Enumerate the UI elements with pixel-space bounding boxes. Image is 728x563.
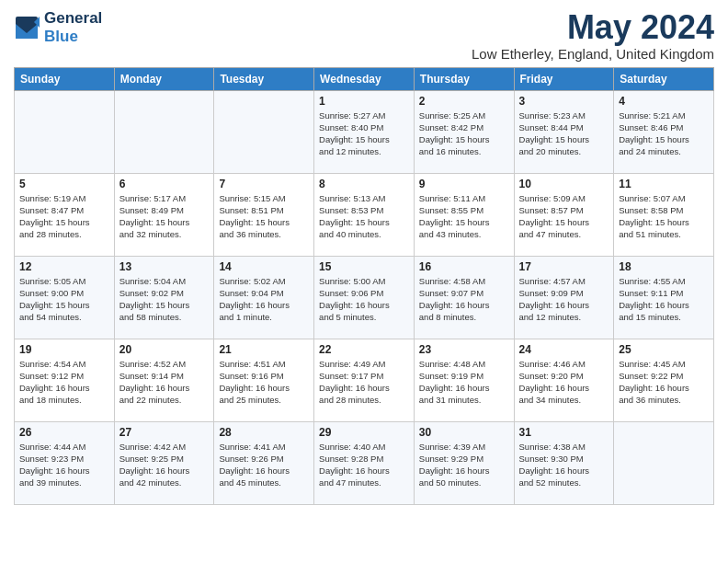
header-day-thursday: Thursday bbox=[414, 67, 514, 90]
day-info: Sunrise: 5:05 AM Sunset: 9:00 PM Dayligh… bbox=[19, 275, 109, 324]
page-header: General Blue May 2024 Low Etherley, Engl… bbox=[14, 9, 714, 62]
logo-icon bbox=[14, 15, 40, 40]
header-day-saturday: Saturday bbox=[614, 67, 714, 90]
day-number: 7 bbox=[219, 178, 309, 190]
day-number: 26 bbox=[19, 426, 109, 439]
day-info: Sunrise: 5:00 AM Sunset: 9:06 PM Dayligh… bbox=[319, 275, 409, 324]
day-number: 20 bbox=[119, 343, 210, 356]
logo: General Blue bbox=[14, 9, 102, 47]
calendar-cell: 29Sunrise: 4:40 AM Sunset: 9:28 PM Dayli… bbox=[314, 421, 415, 504]
header-day-friday: Friday bbox=[514, 67, 614, 90]
day-number: 31 bbox=[519, 426, 609, 439]
day-info: Sunrise: 5:19 AM Sunset: 8:47 PM Dayligh… bbox=[19, 192, 109, 241]
day-info: Sunrise: 5:17 AM Sunset: 8:49 PM Dayligh… bbox=[119, 192, 210, 241]
calendar-cell: 11Sunrise: 5:07 AM Sunset: 8:58 PM Dayli… bbox=[614, 173, 714, 256]
calendar-cell: 19Sunrise: 4:54 AM Sunset: 9:12 PM Dayli… bbox=[15, 339, 115, 421]
header-day-wednesday: Wednesday bbox=[314, 67, 415, 90]
day-info: Sunrise: 4:54 AM Sunset: 9:12 PM Dayligh… bbox=[19, 358, 109, 407]
calendar-cell: 10Sunrise: 5:09 AM Sunset: 8:57 PM Dayli… bbox=[514, 173, 614, 256]
day-number: 19 bbox=[19, 343, 109, 356]
month-title: May 2024 bbox=[472, 9, 714, 46]
day-number: 13 bbox=[119, 260, 210, 273]
calendar-header-row: SundayMondayTuesdayWednesdayThursdayFrid… bbox=[15, 67, 714, 90]
calendar-cell: 24Sunrise: 4:46 AM Sunset: 9:20 PM Dayli… bbox=[514, 339, 614, 421]
day-info: Sunrise: 5:21 AM Sunset: 8:46 PM Dayligh… bbox=[619, 109, 709, 158]
day-number: 11 bbox=[619, 178, 709, 190]
calendar-cell bbox=[214, 90, 314, 173]
calendar-cell bbox=[614, 421, 714, 504]
calendar-cell: 16Sunrise: 4:58 AM Sunset: 9:07 PM Dayli… bbox=[414, 256, 514, 339]
day-number: 12 bbox=[19, 260, 109, 273]
calendar-week-row: 26Sunrise: 4:44 AM Sunset: 9:23 PM Dayli… bbox=[15, 421, 714, 504]
day-number: 6 bbox=[119, 178, 210, 190]
day-number: 10 bbox=[519, 178, 609, 190]
day-info: Sunrise: 4:49 AM Sunset: 9:17 PM Dayligh… bbox=[319, 358, 409, 407]
day-number: 3 bbox=[519, 95, 609, 108]
day-info: Sunrise: 4:46 AM Sunset: 9:20 PM Dayligh… bbox=[519, 358, 609, 407]
day-info: Sunrise: 4:52 AM Sunset: 9:14 PM Dayligh… bbox=[119, 358, 210, 407]
day-info: Sunrise: 4:51 AM Sunset: 9:16 PM Dayligh… bbox=[219, 358, 309, 407]
calendar-cell: 14Sunrise: 5:02 AM Sunset: 9:04 PM Dayli… bbox=[214, 256, 314, 339]
calendar-cell: 22Sunrise: 4:49 AM Sunset: 9:17 PM Dayli… bbox=[314, 339, 415, 421]
calendar-cell bbox=[114, 90, 214, 173]
day-info: Sunrise: 5:15 AM Sunset: 8:51 PM Dayligh… bbox=[219, 192, 309, 241]
header-day-sunday: Sunday bbox=[15, 67, 115, 90]
day-info: Sunrise: 4:48 AM Sunset: 9:19 PM Dayligh… bbox=[419, 358, 509, 407]
calendar-cell: 8Sunrise: 5:13 AM Sunset: 8:53 PM Daylig… bbox=[314, 173, 415, 256]
day-number: 29 bbox=[319, 426, 409, 439]
calendar-week-row: 1Sunrise: 5:27 AM Sunset: 8:40 PM Daylig… bbox=[15, 90, 714, 173]
day-number: 5 bbox=[19, 178, 109, 190]
day-info: Sunrise: 5:27 AM Sunset: 8:40 PM Dayligh… bbox=[319, 109, 409, 158]
day-info: Sunrise: 4:55 AM Sunset: 9:11 PM Dayligh… bbox=[619, 275, 709, 324]
day-number: 9 bbox=[419, 178, 509, 190]
calendar-cell: 15Sunrise: 5:00 AM Sunset: 9:06 PM Dayli… bbox=[314, 256, 415, 339]
day-number: 15 bbox=[319, 260, 409, 273]
calendar-cell: 31Sunrise: 4:38 AM Sunset: 9:30 PM Dayli… bbox=[514, 421, 614, 504]
calendar-cell: 1Sunrise: 5:27 AM Sunset: 8:40 PM Daylig… bbox=[314, 90, 415, 173]
calendar-cell: 12Sunrise: 5:05 AM Sunset: 9:00 PM Dayli… bbox=[15, 256, 115, 339]
calendar-week-row: 12Sunrise: 5:05 AM Sunset: 9:00 PM Dayli… bbox=[15, 256, 714, 339]
calendar-cell: 27Sunrise: 4:42 AM Sunset: 9:25 PM Dayli… bbox=[114, 421, 214, 504]
day-number: 4 bbox=[619, 95, 709, 108]
calendar-week-row: 19Sunrise: 4:54 AM Sunset: 9:12 PM Dayli… bbox=[15, 339, 714, 421]
logo-general-text: General bbox=[44, 9, 102, 28]
calendar-cell: 18Sunrise: 4:55 AM Sunset: 9:11 PM Dayli… bbox=[614, 256, 714, 339]
day-number: 27 bbox=[119, 426, 210, 439]
day-number: 16 bbox=[419, 260, 509, 273]
day-number: 28 bbox=[219, 426, 309, 439]
calendar-cell: 5Sunrise: 5:19 AM Sunset: 8:47 PM Daylig… bbox=[15, 173, 115, 256]
calendar-cell: 3Sunrise: 5:23 AM Sunset: 8:44 PM Daylig… bbox=[514, 90, 614, 173]
calendar-cell: 26Sunrise: 4:44 AM Sunset: 9:23 PM Dayli… bbox=[15, 421, 115, 504]
day-info: Sunrise: 5:25 AM Sunset: 8:42 PM Dayligh… bbox=[419, 109, 509, 158]
calendar-cell: 13Sunrise: 5:04 AM Sunset: 9:02 PM Dayli… bbox=[114, 256, 214, 339]
day-info: Sunrise: 4:57 AM Sunset: 9:09 PM Dayligh… bbox=[519, 275, 609, 324]
day-number: 23 bbox=[419, 343, 509, 356]
day-info: Sunrise: 4:44 AM Sunset: 9:23 PM Dayligh… bbox=[19, 441, 109, 489]
calendar-week-row: 5Sunrise: 5:19 AM Sunset: 8:47 PM Daylig… bbox=[15, 173, 714, 256]
calendar-cell: 7Sunrise: 5:15 AM Sunset: 8:51 PM Daylig… bbox=[214, 173, 314, 256]
day-info: Sunrise: 4:58 AM Sunset: 9:07 PM Dayligh… bbox=[419, 275, 509, 324]
calendar-cell: 9Sunrise: 5:11 AM Sunset: 8:55 PM Daylig… bbox=[414, 173, 514, 256]
day-info: Sunrise: 5:02 AM Sunset: 9:04 PM Dayligh… bbox=[219, 275, 309, 324]
calendar-cell: 21Sunrise: 4:51 AM Sunset: 9:16 PM Dayli… bbox=[214, 339, 314, 421]
day-info: Sunrise: 5:04 AM Sunset: 9:02 PM Dayligh… bbox=[119, 275, 210, 324]
day-number: 14 bbox=[219, 260, 309, 273]
header-day-monday: Monday bbox=[114, 67, 214, 90]
day-info: Sunrise: 4:40 AM Sunset: 9:28 PM Dayligh… bbox=[319, 441, 409, 489]
day-number: 24 bbox=[519, 343, 609, 356]
title-area: May 2024 Low Etherley, England, United K… bbox=[472, 9, 714, 62]
day-info: Sunrise: 4:38 AM Sunset: 9:30 PM Dayligh… bbox=[519, 441, 609, 489]
calendar-cell: 23Sunrise: 4:48 AM Sunset: 9:19 PM Dayli… bbox=[414, 339, 514, 421]
calendar-cell: 28Sunrise: 4:41 AM Sunset: 9:26 PM Dayli… bbox=[214, 421, 314, 504]
day-info: Sunrise: 5:11 AM Sunset: 8:55 PM Dayligh… bbox=[419, 192, 509, 241]
calendar-cell: 25Sunrise: 4:45 AM Sunset: 9:22 PM Dayli… bbox=[614, 339, 714, 421]
day-info: Sunrise: 4:42 AM Sunset: 9:25 PM Dayligh… bbox=[119, 441, 210, 489]
day-info: Sunrise: 5:23 AM Sunset: 8:44 PM Dayligh… bbox=[519, 109, 609, 158]
day-info: Sunrise: 5:09 AM Sunset: 8:57 PM Dayligh… bbox=[519, 192, 609, 241]
calendar-cell: 30Sunrise: 4:39 AM Sunset: 9:29 PM Dayli… bbox=[414, 421, 514, 504]
calendar-cell: 4Sunrise: 5:21 AM Sunset: 8:46 PM Daylig… bbox=[614, 90, 714, 173]
calendar-table: SundayMondayTuesdayWednesdayThursdayFrid… bbox=[14, 67, 714, 505]
day-info: Sunrise: 4:45 AM Sunset: 9:22 PM Dayligh… bbox=[619, 358, 709, 407]
location-title: Low Etherley, England, United Kingdom bbox=[472, 46, 714, 62]
day-number: 22 bbox=[319, 343, 409, 356]
